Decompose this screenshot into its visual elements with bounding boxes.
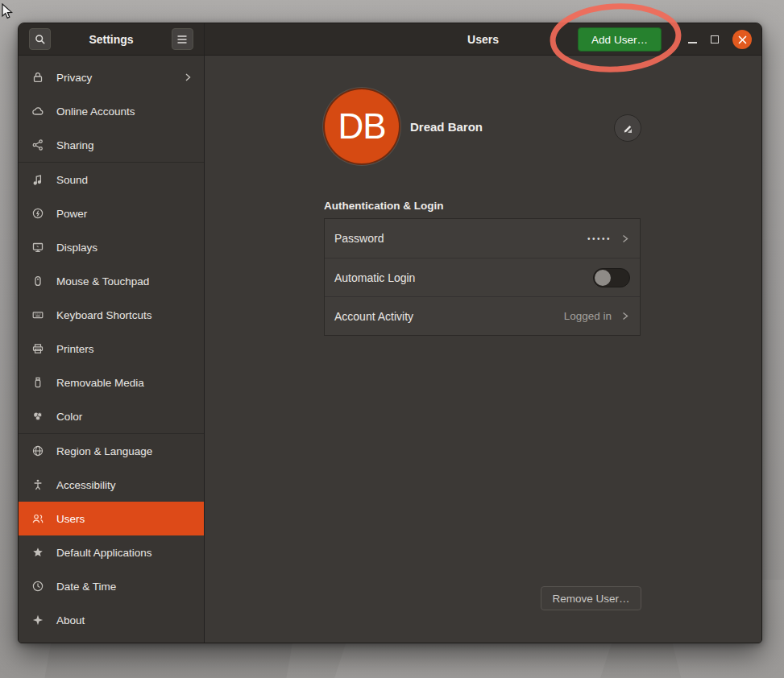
auth-login-list: Password ••••• Automatic Login Account A…	[324, 218, 641, 336]
add-user-button[interactable]: Add User…	[578, 27, 662, 52]
clock-icon	[31, 580, 44, 593]
search-button[interactable]	[29, 28, 51, 50]
sidebar-item-displays[interactable]: Displays	[19, 230, 204, 264]
cloud-icon	[31, 105, 44, 118]
sidebar-item-online-accounts[interactable]: Online Accounts	[19, 94, 204, 128]
section-title: Authentication & Login	[324, 200, 443, 212]
minimize-button[interactable]	[688, 42, 697, 43]
color-circles-icon	[31, 410, 44, 423]
sidebar-item-label: Region & Language	[56, 445, 193, 457]
close-button[interactable]	[732, 30, 752, 49]
sidebar-item-label: Sharing	[56, 139, 193, 151]
password-row[interactable]: Password •••••	[325, 219, 640, 258]
mouse-cursor	[2, 3, 14, 21]
sidebar-item-default-applications[interactable]: Default Applications	[19, 535, 204, 569]
sidebar-item-users[interactable]: Users	[19, 502, 204, 535]
sidebar-item-accessibility[interactable]: Accessibility	[19, 468, 204, 502]
remove-user-button[interactable]: Remove User…	[541, 586, 641, 610]
settings-window: Settings Users Add User… Privacy	[18, 23, 762, 643]
sidebar-item-label: Keyboard Shortcuts	[56, 309, 193, 321]
maximize-button[interactable]	[711, 35, 719, 43]
sidebar-item-removable-media[interactable]: Removable Media	[19, 366, 204, 399]
sidebar-item-about[interactable]: About	[19, 603, 204, 637]
edit-user-button[interactable]	[614, 114, 641, 142]
sidebar-item-label: Displays	[56, 242, 193, 254]
sidebar-item-color[interactable]: Color	[19, 399, 204, 433]
sidebar-item-sound[interactable]: Sound	[19, 163, 204, 196]
page-title: Users	[205, 23, 761, 56]
usb-drive-icon	[31, 376, 44, 389]
account-activity-label: Account Activity	[334, 310, 558, 323]
sidebar-item-region-language[interactable]: Region & Language	[19, 434, 204, 468]
app-title: Settings	[89, 33, 133, 46]
power-icon	[31, 207, 44, 220]
sidebar-item-label: Accessibility	[56, 479, 193, 491]
printer-icon	[31, 342, 44, 355]
automatic-login-row: Automatic Login	[325, 258, 640, 296]
sidebar-item-sharing[interactable]: Sharing	[19, 128, 204, 162]
music-note-icon	[31, 173, 44, 186]
user-avatar[interactable]: DB	[323, 88, 400, 165]
sidebar-item-date-time[interactable]: Date & Time	[19, 569, 204, 603]
sidebar-item-power[interactable]: Power	[19, 196, 204, 230]
sparkle-icon	[31, 614, 44, 626]
sidebar-item-printers[interactable]: Printers	[19, 332, 204, 366]
window-controls	[688, 23, 752, 56]
sidebar-item-label: Default Applications	[56, 547, 193, 559]
accessibility-icon	[31, 478, 44, 491]
sidebar-item-label: Color	[56, 411, 193, 423]
sidebar-item-label: About	[56, 614, 193, 626]
sidebar-item-label: Removable Media	[56, 377, 193, 389]
sidebar-item-label: Privacy	[56, 72, 171, 84]
mouse-icon	[31, 275, 44, 287]
close-icon	[738, 35, 747, 44]
automatic-login-label: Automatic Login	[334, 271, 587, 284]
users-panel: DB Dread Baron Authentication & Login Pa…	[205, 56, 761, 643]
star-icon	[31, 546, 44, 559]
sidebar-headerbar: Settings	[19, 23, 205, 56]
share-icon	[31, 138, 44, 151]
menu-button[interactable]	[172, 28, 193, 50]
globe-icon	[31, 444, 44, 457]
automatic-login-toggle[interactable]	[593, 268, 630, 287]
sidebar-item-label: Printers	[56, 343, 193, 355]
sidebar-item-label: Date & Time	[56, 581, 193, 593]
chevron-right-icon	[620, 310, 630, 322]
chevron-right-icon	[620, 233, 630, 245]
two-users-icon	[31, 512, 44, 525]
account-activity-value: Logged in	[564, 310, 612, 322]
chevron-right-icon	[183, 72, 193, 83]
display-icon	[31, 241, 44, 254]
sidebar-item-mouse-touchpad[interactable]: Mouse & Touchpad	[19, 264, 204, 298]
search-icon	[34, 33, 47, 46]
toggle-knob	[595, 270, 611, 286]
hamburger-menu-icon	[176, 35, 188, 44]
lock-icon	[31, 71, 44, 84]
edit-pencil-icon	[621, 122, 635, 135]
user-name: Dread Baron	[410, 120, 483, 134]
account-activity-row[interactable]: Account Activity Logged in	[325, 296, 640, 335]
sidebar-item-label: Sound	[56, 174, 193, 186]
sidebar-item-label: Power	[56, 208, 193, 220]
keyboard-icon	[31, 308, 44, 321]
sidebar-item-label: Online Accounts	[56, 105, 193, 118]
sidebar-item-keyboard-shortcuts[interactable]: Keyboard Shortcuts	[19, 298, 204, 332]
sidebar-item-privacy[interactable]: Privacy	[19, 60, 204, 94]
sidebar-item-label: Users	[56, 513, 193, 525]
settings-sidebar: Privacy Online Accounts Sharing Sound Po…	[19, 56, 205, 643]
password-dots: •••••	[587, 234, 612, 243]
main-headerbar: Users Add User…	[205, 23, 761, 56]
sidebar-item-label: Mouse & Touchpad	[56, 275, 193, 287]
password-label: Password	[334, 232, 581, 245]
